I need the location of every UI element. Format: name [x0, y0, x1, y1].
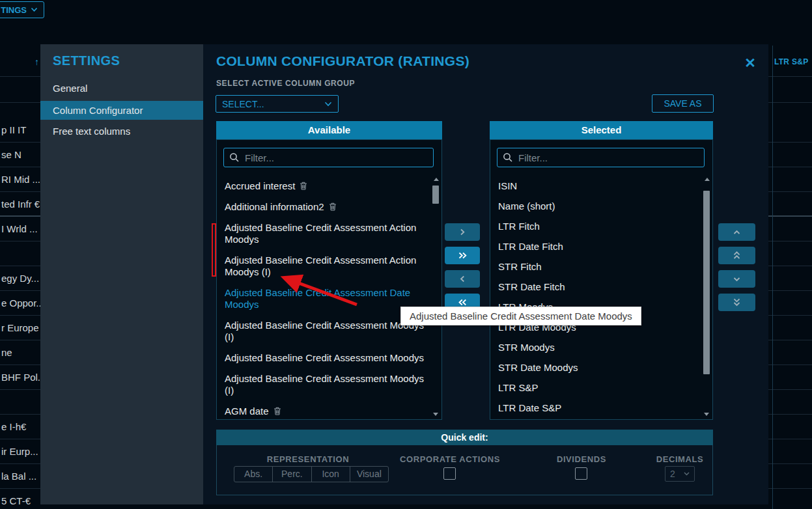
available-list-item[interactable]: Additional information2: [225, 201, 426, 222]
selected-list-item[interactable]: STR Fitch: [498, 261, 697, 281]
selected-list-item[interactable]: STR Date Fitch: [498, 281, 697, 301]
available-scrollbar-thumb[interactable]: [432, 186, 439, 204]
decimals-value: 2: [670, 469, 675, 479]
available-list: Accrued interest Additional information2…: [217, 175, 441, 419]
corporate-actions-checkbox[interactable]: [443, 467, 456, 480]
double-chevron-left-icon: [458, 299, 468, 306]
sort-ascending-icon: ↑: [35, 57, 39, 67]
available-list-item[interactable]: Accrued interest: [225, 180, 426, 201]
column-group-select[interactable]: SELECT...: [216, 95, 339, 113]
dividends-label: DIVIDENDS: [529, 454, 634, 464]
scroll-down-arrow-icon[interactable]: [433, 413, 438, 416]
move-up-button[interactable]: [718, 223, 755, 241]
selected-list-item[interactable]: LTR S&P: [498, 382, 697, 402]
quick-edit-header: Quick edit:: [216, 430, 713, 445]
available-scrollbar[interactable]: [432, 176, 440, 417]
available-list-item[interactable]: Adjusted Baseline Credit Assessment Acti…: [225, 222, 426, 255]
column-group-select-value: SELECT...: [222, 99, 264, 109]
move-all-right-button[interactable]: [445, 247, 480, 264]
chevron-down-icon: [324, 102, 332, 107]
available-list-item[interactable]: Adjusted Baseline Credit Assessment Acti…: [225, 255, 426, 287]
selected-list: ISIN Name (short) LTR Fitch LTR Date Fit…: [490, 175, 712, 419]
app-window: p II ITse NRI Mid ...ted Infr €I Wrld ..…: [0, 0, 812, 509]
chevron-down-icon: [733, 276, 740, 282]
available-item-label: Accrued interest: [225, 180, 295, 191]
representation-option-button[interactable]: Icon: [312, 467, 350, 482]
available-item-label: Adjusted Baseline Credit Assessment Acti…: [225, 255, 416, 277]
available-filter-input[interactable]: [223, 148, 434, 167]
available-item-label: AGM date: [225, 406, 269, 417]
available-list-item[interactable]: Adjusted Baseline Credit Assessment Date…: [225, 287, 426, 320]
selected-panel-body: ISIN Name (short) LTR Fitch LTR Date Fit…: [490, 139, 713, 420]
available-list-item[interactable]: Adjusted Baseline Credit Assessment Mood…: [225, 373, 426, 406]
available-list-item[interactable]: Adjusted Baseline Credit Assessment Mood…: [225, 352, 426, 373]
save-as-button[interactable]: SAVE AS: [652, 94, 714, 113]
selected-list-item[interactable]: LTR Fitch: [498, 221, 697, 241]
page-title: COLUMN CONFIGURATOR (RATINGS): [216, 53, 469, 69]
decimals-label: DECIMALS: [634, 454, 726, 464]
available-list-item[interactable]: AGM date: [225, 406, 426, 419]
tooltip: Adjusted Baseline Credit Assessment Date…: [400, 307, 641, 325]
selected-filter: [497, 148, 705, 167]
selected-panel: Selected ISIN Name (short) LTR Fitch LTR…: [490, 121, 713, 420]
representation-option-button[interactable]: Perc.: [273, 467, 311, 482]
trash-icon[interactable]: [329, 202, 337, 211]
chevron-down-icon: [684, 472, 690, 476]
selected-list-item[interactable]: STR Date Moodys: [498, 362, 697, 382]
selected-list-item[interactable]: LTR Date S&P: [498, 402, 697, 419]
selected-list-item[interactable]: STR Moodys: [498, 342, 697, 362]
available-panel: Available Accrued interest Additional in…: [216, 121, 442, 420]
dividends-checkbox[interactable]: [575, 467, 587, 480]
ratings-dropdown-label: TINGS: [1, 5, 27, 15]
selected-list-item[interactable]: LTR Date Fitch: [498, 241, 697, 261]
available-item-label: Adjusted Baseline Credit Assessment Acti…: [225, 222, 416, 245]
available-panel-body: Accrued interest Additional information2…: [216, 139, 442, 420]
available-item-label: Additional information2: [225, 201, 324, 212]
available-filter: [223, 148, 434, 167]
move-to-bottom-button[interactable]: [718, 294, 755, 311]
double-chevron-right-icon: [458, 252, 468, 259]
settings-title: SETTINGS: [53, 53, 120, 68]
decimals-select[interactable]: 2: [665, 466, 695, 482]
double-chevron-up-icon: [733, 251, 740, 260]
active-column-group-label: SELECT ACTIVE COLUMN GROUP: [216, 79, 355, 88]
scroll-down-arrow-icon[interactable]: [704, 413, 709, 416]
selected-panel-header: Selected: [490, 121, 713, 139]
representation-toggle-group: Abs. Perc. Icon Visual: [234, 466, 389, 482]
scroll-up-arrow-icon[interactable]: [705, 178, 710, 181]
settings-modal: SETTINGS General Column Configurator Fre…: [40, 44, 768, 504]
close-icon[interactable]: ✕: [741, 54, 759, 72]
search-icon: [503, 152, 513, 163]
move-to-top-button[interactable]: [718, 247, 755, 264]
selected-filter-input[interactable]: [497, 148, 705, 167]
trash-icon[interactable]: [273, 407, 281, 415]
sidebar-item-general[interactable]: General: [40, 79, 203, 98]
scroll-up-arrow-icon[interactable]: [434, 178, 439, 181]
move-right-button[interactable]: [445, 223, 480, 241]
chevron-right-icon: [459, 228, 466, 236]
available-item-label: Adjusted Baseline Credit Assessment Mood…: [225, 320, 424, 342]
chevron-down-icon: [31, 7, 38, 12]
chevron-left-icon: [459, 275, 466, 282]
bg-column-divider: [772, 46, 773, 509]
search-icon: [229, 152, 240, 163]
available-item-label: Adjusted Baseline Credit Assessment Mood…: [225, 352, 424, 363]
available-panel-header: Available: [216, 121, 442, 139]
ratings-dropdown-button[interactable]: TINGS: [0, 1, 44, 18]
sidebar-item-free-text-columns[interactable]: Free text columns: [40, 122, 203, 141]
available-item-label: Adjusted Baseline Credit Assessment Date…: [225, 287, 410, 310]
bg-column-header-ltr-sp[interactable]: LTR S&P: [774, 57, 809, 66]
move-left-button[interactable]: [445, 270, 480, 288]
move-down-button[interactable]: [718, 270, 755, 288]
representation-option-button[interactable]: Visual: [350, 467, 388, 482]
selected-scrollbar[interactable]: [703, 176, 711, 417]
representation-option-button[interactable]: Abs.: [234, 467, 273, 482]
settings-sidebar: SETTINGS General Column Configurator Fre…: [40, 44, 203, 504]
selected-list-item[interactable]: Name (short): [498, 200, 697, 221]
selected-scrollbar-thumb[interactable]: [703, 191, 710, 374]
available-list-item[interactable]: Adjusted Baseline Credit Assessment Mood…: [225, 320, 426, 352]
trash-icon[interactable]: [300, 182, 307, 190]
selected-list-item[interactable]: ISIN: [498, 180, 697, 200]
sidebar-item-column-configurator[interactable]: Column Configurator: [40, 101, 203, 120]
corporate-actions-label: CORPORATE ACTIONS: [372, 454, 528, 464]
